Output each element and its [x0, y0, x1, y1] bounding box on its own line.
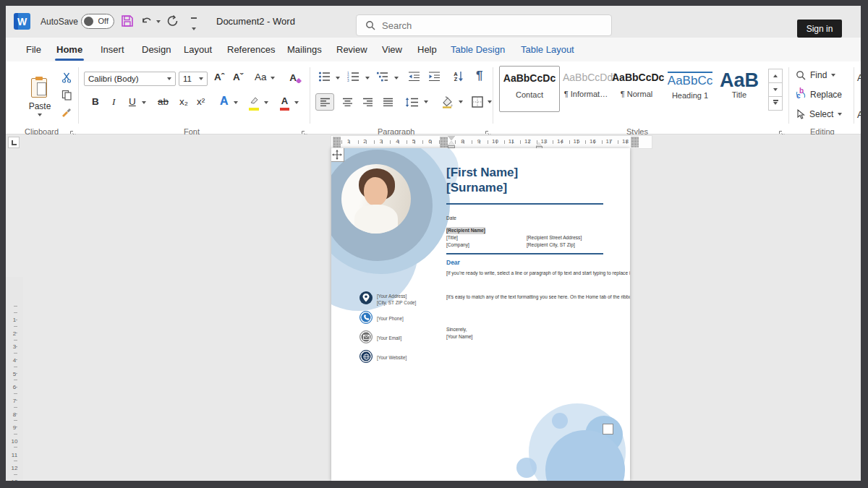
highlight-chevron-icon[interactable]: [264, 101, 268, 104]
document-page[interactable]: [First Name] [Surname] Date [Recipient N…: [331, 148, 630, 481]
tab-review[interactable]: Review: [336, 44, 367, 55]
copy-button[interactable]: [59, 88, 74, 101]
styles-scroll-up-button[interactable]: [768, 69, 783, 83]
signature-text[interactable]: [Your Name]: [446, 333, 472, 341]
clipboard-dialog-launcher[interactable]: [69, 127, 77, 134]
first-name-text[interactable]: [First Name]: [446, 165, 518, 180]
bullets-chevron-icon[interactable]: [336, 77, 340, 80]
recipient-street-text[interactable]: [Recipient Street Address]: [527, 234, 582, 241]
borders-button[interactable]: [469, 93, 486, 111]
sort-button[interactable]: A Z: [451, 69, 466, 84]
multilevel-chevron-icon[interactable]: [394, 77, 399, 80]
bullets-button[interactable]: [318, 71, 331, 82]
table-column-marker[interactable]: [631, 137, 639, 147]
shading-chevron-icon[interactable]: [459, 100, 463, 103]
subscript-button[interactable]: x₂: [179, 96, 188, 107]
tab-table-layout[interactable]: Table Layout: [521, 44, 574, 55]
shape-sizing-handle[interactable]: [603, 424, 613, 435]
font-color-chevron-icon[interactable]: [294, 101, 299, 104]
italic-button[interactable]: I: [112, 96, 116, 108]
line-spacing-chevron-icon[interactable]: [424, 100, 428, 103]
styles-gallery-expand-button[interactable]: [768, 96, 783, 111]
profile-photo[interactable]: [341, 164, 411, 234]
quick-access-customize-button[interactable]: [191, 17, 198, 25]
word-logo-icon[interactable]: W: [14, 13, 30, 30]
justify-button[interactable]: [379, 93, 396, 111]
style-heading1[interactable]: AaBbCc Heading 1: [664, 66, 716, 112]
style-contact[interactable]: AaBbCcDc Contact: [499, 66, 560, 112]
body-paragraph-2[interactable]: [It’s easy to match any of the text form…: [446, 294, 608, 301]
contact-address-line1[interactable]: [Your Address]: [377, 293, 407, 299]
search-input[interactable]: [382, 20, 584, 31]
recipient-name-text[interactable]: [Recipient Name]: [446, 227, 485, 234]
style-title[interactable]: AaB Title: [719, 66, 760, 112]
multilevel-list-button[interactable]: [376, 71, 388, 82]
tab-view[interactable]: View: [382, 44, 402, 55]
underline-button[interactable]: U: [129, 96, 136, 107]
align-right-button[interactable]: [359, 93, 376, 111]
superscript-button[interactable]: x²: [197, 96, 205, 107]
body-paragraph-1[interactable]: [If you’re ready to write, select a line…: [446, 270, 608, 278]
tab-help[interactable]: Help: [417, 44, 437, 55]
search-box[interactable]: [356, 14, 612, 36]
recipient-company-text[interactable]: [Company]: [446, 241, 469, 249]
font-color-button[interactable]: A: [279, 94, 290, 107]
paste-button[interactable]: Paste: [23, 69, 56, 124]
grow-font-button[interactable]: Aˆ: [214, 72, 224, 82]
change-case-button[interactable]: Aa: [255, 72, 267, 82]
replace-button[interactable]: b c Replace: [796, 90, 842, 100]
select-button[interactable]: Select: [796, 109, 842, 119]
date-text[interactable]: Date: [446, 215, 456, 222]
increase-indent-button[interactable]: [428, 71, 441, 82]
contact-phone[interactable]: [Your Phone]: [377, 315, 404, 322]
tab-mailings[interactable]: Mailings: [287, 44, 322, 55]
tab-design[interactable]: Design: [142, 44, 171, 55]
undo-dropdown-chevron-icon[interactable]: [156, 20, 161, 23]
redo-button[interactable]: [166, 14, 179, 27]
bold-button[interactable]: B: [92, 96, 99, 107]
styles-scroll-down-button[interactable]: [768, 82, 783, 97]
autosave-toggle[interactable]: Off: [81, 14, 114, 29]
show-formatting-button[interactable]: ¶: [476, 69, 482, 83]
underline-chevron-icon[interactable]: [142, 101, 146, 104]
font-dialog-launcher[interactable]: [301, 127, 308, 134]
numbering-button[interactable]: 123: [347, 71, 359, 82]
decrease-indent-button[interactable]: [408, 71, 420, 82]
text-effects-chevron-icon[interactable]: [234, 101, 238, 104]
sign-in-button[interactable]: Sign in: [797, 20, 842, 38]
align-left-button[interactable]: [315, 93, 334, 111]
tab-table-design[interactable]: Table Design: [451, 44, 505, 55]
contact-website[interactable]: [Your Website]: [377, 354, 407, 361]
table-column-marker[interactable]: [333, 137, 341, 147]
surname-text[interactable]: [Surname]: [446, 180, 518, 195]
shrink-font-button[interactable]: Aˇ: [233, 72, 243, 82]
recipient-title-text[interactable]: [Title]: [446, 234, 458, 241]
change-case-chevron-icon[interactable]: [271, 77, 275, 80]
salutation-text[interactable]: Dear: [446, 259, 460, 266]
undo-button[interactable]: [140, 14, 153, 27]
highlight-button[interactable]: [249, 95, 261, 107]
indent-marker[interactable]: [448, 136, 455, 148]
shading-button[interactable]: [438, 93, 456, 111]
contact-address-line2[interactable]: [City, ST ZIP Code]: [377, 299, 416, 306]
style-informal[interactable]: AaBbCcDdf ¶ Informat…: [563, 66, 609, 112]
line-spacing-button[interactable]: [402, 93, 421, 111]
tab-layout[interactable]: Layout: [184, 44, 212, 55]
recipient-letter-heading[interactable]: [First Name] [Surname]: [446, 165, 518, 195]
tab-file[interactable]: File: [26, 44, 41, 55]
tab-references[interactable]: References: [227, 44, 275, 55]
font-name-combo[interactable]: Calibri (Body): [84, 72, 176, 86]
tab-insert[interactable]: Insert: [101, 44, 124, 55]
align-center-button[interactable]: [339, 93, 356, 111]
clear-formatting-button[interactable]: A: [288, 70, 304, 85]
recipient-city-text[interactable]: [Recipient City, ST Zip]: [527, 241, 575, 249]
numbering-chevron-icon[interactable]: [365, 77, 370, 80]
text-effects-button[interactable]: A: [220, 95, 229, 108]
find-button[interactable]: Find: [796, 70, 835, 80]
tab-selector-button[interactable]: [8, 137, 20, 148]
styles-dialog-launcher[interactable]: [778, 127, 786, 134]
borders-chevron-icon[interactable]: [488, 100, 492, 103]
font-size-combo[interactable]: 11: [179, 72, 208, 86]
table-move-handle[interactable]: [331, 148, 344, 162]
paragraph-dialog-launcher[interactable]: [485, 127, 492, 134]
